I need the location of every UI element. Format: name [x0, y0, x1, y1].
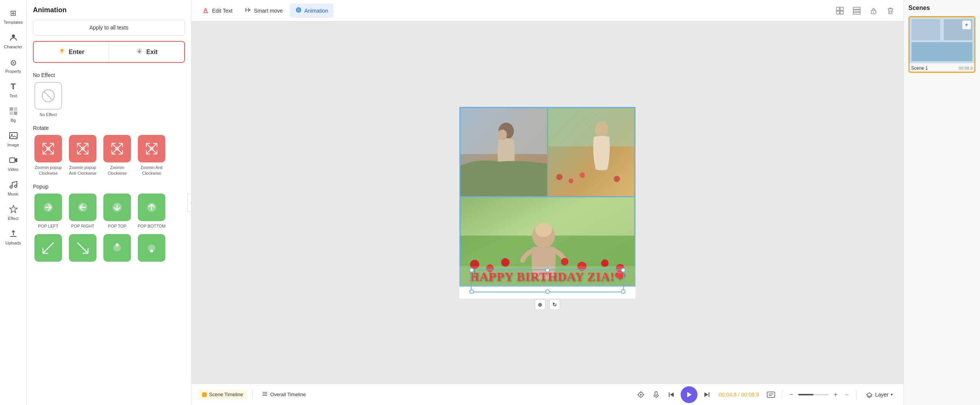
sidebar-item-effect[interactable]: Effect [0, 200, 26, 225]
edit-text-label: Edit Text [212, 8, 232, 14]
layer-label: Layer [875, 392, 889, 398]
rotate-item-2[interactable]: Zoomin Clockwise [102, 135, 132, 176]
property-icon [8, 57, 19, 67]
scenes-panel: Scenes Scene 1 00:08.9 + [903, 0, 980, 405]
popup-item-0[interactable]: POP LEFT [33, 193, 64, 229]
more-item-3[interactable] [136, 234, 167, 262]
sidebar-item-character[interactable]: Character [0, 28, 26, 53]
music-icon [8, 179, 19, 190]
captions-button[interactable] [765, 389, 777, 401]
exit-tab[interactable]: Exit [109, 42, 184, 62]
smart-move-button[interactable]: Smart move [239, 3, 288, 18]
scene-timeline-label: Scene Timeline [209, 392, 243, 397]
scene-name-0: Scene 1 [911, 66, 928, 71]
uploads-icon [8, 228, 19, 239]
scene-timeline-tab[interactable]: Scene Timeline [198, 389, 248, 400]
sidebar-item-image[interactable]: Image [0, 126, 26, 151]
more-effects-grid [33, 234, 185, 262]
svg-point-70 [501, 258, 510, 267]
svg-marker-89 [687, 392, 692, 397]
layer-button[interactable]: Layer ▾ [861, 389, 897, 400]
scene-duration-0: 00:08.9 [959, 66, 973, 71]
toolbar-right [833, 4, 897, 18]
zoom-in-button[interactable]: + [831, 390, 840, 399]
svg-text:A: A [204, 7, 207, 13]
main-content: A Edit Text Smart move [191, 0, 903, 405]
lock-button[interactable] [867, 4, 880, 18]
sidebar-item-text[interactable]: T Text [0, 77, 26, 102]
popup-icon-2 [103, 193, 131, 221]
svg-rect-45 [853, 7, 860, 9]
play-button[interactable] [681, 386, 697, 403]
popup-item-2[interactable]: POP TOP [102, 193, 132, 229]
sidebar-item-templates[interactable]: ⊞ Templates [0, 4, 26, 28]
rotate-item-0[interactable]: Zoomin popup Clockwise [33, 135, 64, 176]
scene-card-0: Scene 1 00:08.9 + [908, 16, 975, 73]
popup-item-1[interactable]: POP RIGHT [67, 193, 98, 229]
rotate-item-3[interactable]: Zoomin Anti Clockwise [136, 135, 167, 176]
current-time: 00:04.8 [719, 392, 737, 398]
birthday-text-overlay[interactable]: HAPPY BIRTHDAY ZIA!❤ [459, 266, 635, 287]
zoom-controls: − + ↔ [787, 390, 852, 399]
zoom-reset-button[interactable]: ↔ [843, 390, 852, 399]
svg-rect-5 [10, 111, 13, 115]
zoom-out-button[interactable]: − [787, 390, 796, 399]
skip-forward-button[interactable] [701, 389, 713, 401]
enter-exit-tabs: Enter Exit [33, 41, 185, 63]
image-icon [8, 130, 19, 141]
zoom-slider[interactable] [798, 394, 829, 395]
rotate-transform-button[interactable]: ↻ [549, 299, 560, 310]
grid-button[interactable] [833, 4, 847, 18]
focus-button[interactable] [635, 389, 647, 401]
overall-timeline-tab[interactable]: Overall Timeline [257, 389, 310, 400]
edit-text-button[interactable]: A Edit Text [198, 3, 238, 18]
exit-tab-label: Exit [146, 49, 157, 56]
mic-button[interactable] [650, 389, 662, 401]
more-item-1[interactable] [67, 234, 98, 262]
sidebar-item-video[interactable]: Video [0, 151, 26, 175]
more-item-0[interactable] [33, 234, 64, 262]
svg-rect-44 [840, 11, 843, 14]
character-icon [8, 32, 19, 43]
rotate-label-2: Zoomin Clockwise [102, 165, 132, 176]
sidebar-item-label-bg: Bg [11, 118, 16, 123]
svg-rect-85 [655, 392, 657, 395]
sidebar-item-bg[interactable]: Bg [0, 102, 26, 126]
no-effect-item[interactable]: No Effect [33, 82, 64, 117]
no-effect-section-label: No Effect [33, 72, 185, 78]
skip-back-button[interactable] [665, 389, 678, 401]
rotate-icon-1 [69, 135, 96, 162]
svg-point-61 [580, 172, 585, 178]
more-item-2[interactable] [102, 234, 132, 262]
popup-label-3: POP BOTTOM [138, 223, 166, 229]
collapse-panel-button[interactable]: ◀ [187, 193, 191, 212]
rotate-icon-2 [103, 135, 131, 162]
enter-tab[interactable]: Enter [34, 42, 109, 62]
rotate-label-0: Zoomin popup Clockwise [33, 165, 64, 176]
svg-point-62 [614, 176, 620, 182]
rotate-item-1[interactable]: Zoomin popup Anti Clockwise [67, 135, 98, 176]
svg-point-58 [595, 121, 608, 137]
popup-item-3[interactable]: POP BOTTOM [136, 193, 167, 229]
popup-label-0: POP LEFT [38, 223, 59, 229]
apply-all-button[interactable]: Apply to all texts [33, 20, 185, 36]
sidebar-item-uploads[interactable]: Uploads [0, 225, 26, 249]
sidebar-item-property[interactable]: Property [0, 53, 26, 77]
sidebar-item-label-text: Text [9, 93, 17, 98]
transform-controls: ⊕ ↻ [535, 299, 560, 310]
delete-button[interactable] [884, 4, 897, 18]
rotate-grid: Zoomin popup Clockwise Zoomin popup Anti… [33, 135, 185, 176]
move-button[interactable]: ⊕ [535, 299, 546, 310]
effect-icon [8, 204, 19, 215]
add-scene-button[interactable]: + [962, 20, 971, 30]
animation-button[interactable]: Animation [290, 3, 333, 18]
edit-text-icon: A [203, 7, 210, 15]
animation-icon [295, 7, 302, 15]
total-time: 00:08.9 [741, 392, 759, 398]
more-icon-2 [103, 234, 131, 262]
enter-tab-label: Enter [69, 49, 85, 56]
sidebar-item-music[interactable]: Music [0, 175, 26, 200]
layout-button[interactable] [850, 4, 864, 18]
zoom-divider [856, 390, 857, 399]
svg-line-16 [44, 91, 53, 100]
